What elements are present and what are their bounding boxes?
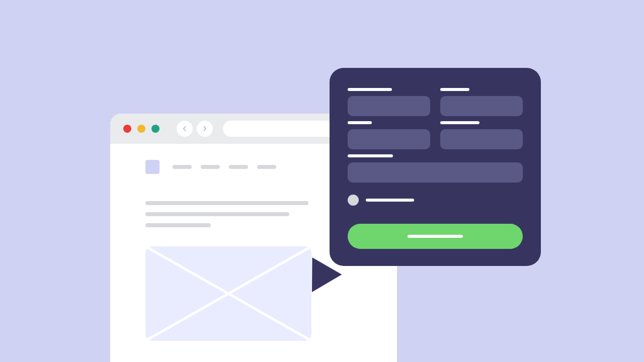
submit-button[interactable]	[348, 224, 523, 249]
text-input[interactable]	[348, 129, 430, 149]
text-input[interactable]	[440, 129, 523, 149]
form-field	[348, 154, 523, 183]
arrow-left-icon	[181, 125, 188, 132]
site-logo	[145, 160, 159, 174]
form-field	[348, 88, 430, 116]
nav-item[interactable]	[201, 165, 220, 169]
image-placeholder	[145, 246, 311, 341]
form-field	[440, 88, 523, 116]
form-field	[348, 121, 430, 149]
form-field	[440, 121, 523, 149]
radio-option[interactable]	[348, 195, 523, 206]
minimize-window-button[interactable]	[137, 125, 145, 133]
field-label	[440, 88, 469, 91]
field-label	[348, 154, 393, 157]
popup-form	[330, 68, 541, 266]
forward-button[interactable]	[197, 121, 213, 137]
close-window-button[interactable]	[123, 125, 131, 133]
field-label	[348, 121, 372, 124]
form-grid	[348, 88, 523, 249]
nav-item[interactable]	[173, 165, 192, 169]
submit-label	[408, 235, 463, 238]
browser-nav	[177, 121, 213, 137]
text-input[interactable]	[348, 162, 523, 183]
maximize-window-button[interactable]	[151, 125, 159, 133]
back-button[interactable]	[177, 121, 193, 137]
text-line	[145, 212, 289, 216]
text-line	[145, 223, 211, 227]
window-controls	[123, 125, 159, 133]
field-label	[348, 88, 392, 91]
nav-item[interactable]	[229, 165, 248, 169]
field-label	[440, 121, 479, 124]
text-input[interactable]	[348, 96, 430, 116]
text-input[interactable]	[440, 96, 523, 116]
radio-icon	[348, 195, 359, 206]
text-line	[145, 201, 308, 205]
site-nav	[173, 165, 276, 169]
nav-item[interactable]	[257, 165, 276, 169]
placeholder-x-icon	[145, 246, 311, 341]
arrow-right-icon	[201, 125, 208, 132]
radio-label	[366, 199, 414, 202]
